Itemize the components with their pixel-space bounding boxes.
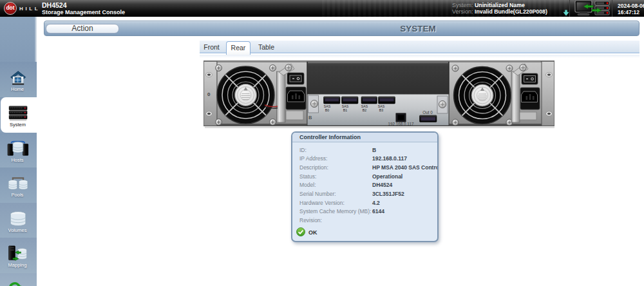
svg-text:192.168.0.117: 192.168.0.117	[388, 122, 414, 126]
svg-text:Out 0: Out 0	[422, 110, 433, 115]
svg-text:0: 0	[207, 91, 211, 97]
svg-text:B0: B0	[325, 108, 329, 112]
svg-text:B3: B3	[379, 108, 383, 112]
svg-text:B1: B1	[343, 108, 347, 112]
svg-text:B2: B2	[363, 108, 366, 112]
svg-text:B: B	[308, 115, 312, 120]
